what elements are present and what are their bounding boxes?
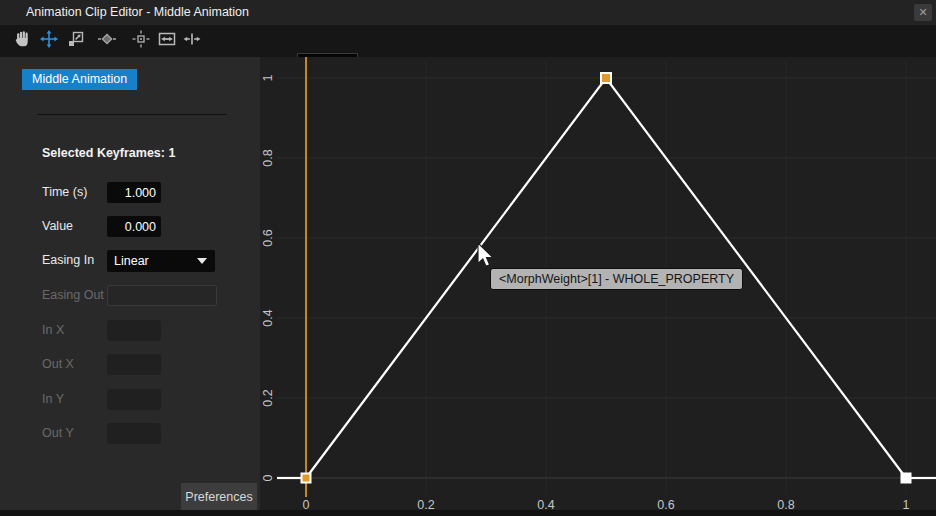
toolbar: Current Time [0,25,936,57]
align-horizontal-tool-button[interactable] [181,30,203,52]
fit-width-tool-button[interactable] [156,30,178,52]
in-x-label: In X [42,323,64,337]
sidebar: Middle Animation Selected Keyframes: 1 T… [0,57,260,516]
hand-icon [14,30,32,52]
y-tick-label: 0.6 [261,229,275,246]
easing-in-dropdown[interactable]: Linear [107,250,215,272]
value-field-row: Value [0,216,260,237]
time-field-input[interactable] [107,182,161,203]
out-y-label: Out Y [42,426,74,440]
snap-target-icon [132,30,150,52]
in-y-field-row: In Y [0,389,260,410]
snap-tool-button[interactable] [130,30,152,52]
easing-out-label: Easing Out [42,288,104,302]
time-field-label: Time (s) [42,185,87,199]
mouse-cursor-icon [477,242,496,274]
y-tick-label: 0.2 [261,389,275,406]
time-field-row: Time (s) [0,182,260,203]
easing-in-label: Easing In [42,253,94,267]
in-y-label: In Y [42,392,64,406]
selected-keyframes-label: Selected Keyframes: 1 [42,146,175,160]
scale-icon [67,30,85,52]
out-x-field-row: Out X [0,354,260,375]
value-field-input[interactable] [107,216,161,237]
preferences-button[interactable]: Preferences [181,483,257,510]
y-tick-label: 0.8 [261,149,275,166]
align-horizontal-icon [183,30,201,52]
keyframe-tool-button[interactable] [96,30,118,52]
easing-out-input [107,285,217,306]
out-y-input [107,423,161,444]
graph-area[interactable]: 00.20.40.60.8100.20.40.60.81 <MorphWeigh… [260,57,936,516]
easing-in-field-row: Easing In Linear [0,250,260,271]
window-title: Animation Clip Editor - Middle Animation [26,5,249,19]
out-y-field-row: Out Y [0,423,260,444]
sidebar-divider [37,114,227,115]
in-x-field-row: In X [0,320,260,341]
keyframe-point[interactable] [302,474,311,483]
move-arrows-icon [40,30,58,52]
keyframe-diamond-icon [98,30,116,52]
move-tool-button[interactable] [38,30,60,52]
pan-tool-button[interactable] [12,30,34,52]
keyframe-point[interactable] [902,474,911,483]
scale-tool-button[interactable] [65,30,87,52]
fit-width-icon [158,30,176,52]
close-icon: ✕ [918,6,927,19]
window-bottom-edge [0,510,936,516]
in-y-input [107,389,161,410]
property-tooltip: <MorphWeight>[1] - WHOLE_PROPERTY [490,268,743,290]
title-bar: Animation Clip Editor - Middle Animation… [0,0,936,25]
animation-tab[interactable]: Middle Animation [22,69,137,90]
y-tick-label: 0 [261,474,275,481]
close-button[interactable]: ✕ [914,4,932,21]
out-x-label: Out X [42,357,74,371]
easing-out-field-row: Easing Out [0,285,260,306]
easing-in-dropdown-value: Linear [114,254,149,268]
out-x-input [107,354,161,375]
value-field-label: Value [42,219,73,233]
y-tick-label: 0.4 [261,309,275,326]
chevron-down-icon [197,258,207,264]
in-x-input [107,320,161,341]
y-tick-label: 1 [261,74,275,81]
keyframe-point[interactable] [601,73,611,83]
animation-clip-editor-window: Animation Clip Editor - Middle Animation… [0,0,936,516]
